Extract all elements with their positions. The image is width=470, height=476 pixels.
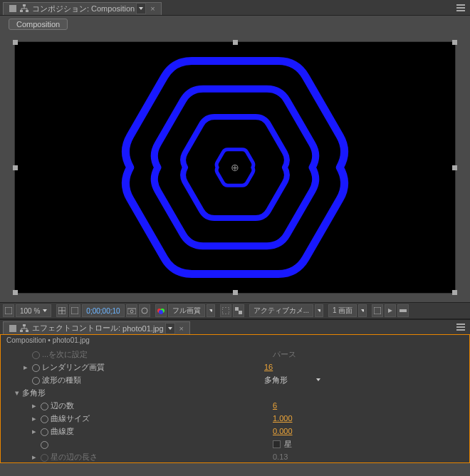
twirl-icon[interactable]: ▾: [14, 388, 21, 398]
close-icon[interactable]: ×: [179, 324, 184, 333]
svg-rect-11: [127, 309, 136, 314]
prop-row-curvature: ▸曲線度 0.000: [1, 425, 469, 438]
prop-row-star: ▸ 星: [1, 438, 469, 450]
viewmode-dropdown[interactable]: 1 画面: [328, 304, 357, 317]
stopwatch-icon[interactable]: [31, 363, 39, 371]
transparency-icon[interactable]: [233, 304, 244, 317]
panel-menu-icon[interactable]: [454, 2, 467, 14]
stopwatch-icon[interactable]: [40, 402, 48, 410]
svg-rect-21: [400, 309, 407, 312]
comp-icon: [9, 5, 16, 12]
flowchart-icon: [19, 4, 29, 13]
viewer-toolbar: 100 % 0;00;00;10 フル画質 アクティブカメ... 1 画面: [0, 302, 470, 319]
twirl-icon[interactable]: ▸: [31, 427, 38, 436]
fx-panel-body: Composition • photo01.jpg ...を次に設定 パース ▸…: [0, 335, 470, 463]
close-icon[interactable]: ×: [150, 4, 155, 13]
camera-dropdown-arrow[interactable]: [315, 304, 323, 317]
svg-rect-24: [26, 330, 28, 332]
handle-br[interactable]: [452, 290, 457, 295]
twirl-icon[interactable]: ▸: [31, 401, 38, 410]
fast-preview-icon[interactable]: [385, 304, 396, 317]
prop-row-sides: ▸辺の数 6: [1, 399, 469, 412]
svg-point-16: [159, 310, 163, 314]
timecode[interactable]: 0;00;00;10: [82, 304, 124, 317]
svg-point-13: [142, 308, 147, 314]
twirl-icon[interactable]: ▸: [31, 414, 38, 423]
handle-ml[interactable]: [13, 165, 18, 170]
handle-tm[interactable]: [233, 40, 238, 45]
fx-tab[interactable]: エフェクトコントロール: photo01.jpg ×: [3, 321, 190, 334]
stopwatch-icon[interactable]: [40, 428, 48, 435]
grid-icon[interactable]: [56, 304, 68, 317]
handle-tl[interactable]: [13, 40, 18, 45]
svg-rect-19: [239, 311, 242, 314]
twirl-icon[interactable]: ▸: [22, 363, 29, 372]
prop-value[interactable]: パース: [273, 349, 296, 360]
prop-value[interactable]: 16: [264, 363, 273, 371]
viewer-canvas[interactable]: ⊕: [14, 41, 456, 294]
prop-value[interactable]: 6: [273, 401, 277, 410]
svg-rect-18: [235, 307, 239, 311]
svg-rect-25: [456, 324, 465, 325]
stopwatch-icon[interactable]: [40, 440, 48, 448]
always-preview-icon[interactable]: [3, 304, 14, 317]
svg-rect-3: [456, 4, 465, 6]
fx-breadcrumb: Composition • photo01.jpg: [1, 335, 469, 348]
svg-rect-26: [456, 326, 465, 328]
timeline-icon[interactable]: [397, 304, 409, 317]
breadcrumb-item[interactable]: Composition: [9, 19, 68, 30]
fx-tab-prefix: エフェクトコントロール:: [32, 323, 120, 333]
svg-rect-6: [5, 307, 12, 314]
quality-dropdown[interactable]: フル画質: [168, 304, 205, 317]
stopwatch-icon[interactable]: [31, 351, 39, 358]
stopwatch-icon[interactable]: [40, 453, 48, 461]
zoom-dropdown[interactable]: 100 %: [16, 304, 51, 317]
comp-tab-dropdown[interactable]: [136, 3, 146, 14]
prop-value[interactable]: 1.000: [273, 414, 293, 423]
prop-label: 辺の数: [51, 400, 74, 411]
stopwatch-icon[interactable]: [40, 415, 48, 423]
svg-rect-10: [71, 307, 78, 314]
prop-label: レンダリング画質: [42, 362, 105, 373]
comp-tab-name: Composition: [91, 4, 135, 13]
prop-label: 波形の種類: [42, 375, 81, 386]
group-label: 多角形: [22, 388, 46, 398]
pixel-aspect-icon[interactable]: [372, 304, 383, 317]
prop-value: 0.13: [273, 452, 288, 461]
anchor-icon: ⊕: [231, 162, 239, 173]
fx-tab-layer: photo01.jpg: [122, 324, 164, 333]
svg-rect-20: [374, 307, 381, 314]
svg-rect-27: [456, 329, 465, 331]
handle-tr[interactable]: [452, 40, 457, 45]
mask-icon[interactable]: [69, 304, 80, 317]
prop-value[interactable]: 0.000: [273, 427, 293, 435]
svg-rect-5: [456, 10, 465, 11]
composition-viewer[interactable]: ⊕: [0, 33, 470, 302]
panel-menu-icon[interactable]: [454, 321, 467, 333]
svg-rect-17: [222, 307, 229, 314]
fx-panel-tabbar: エフェクトコントロール: photo01.jpg ×: [0, 319, 470, 335]
flowchart-icon: [19, 324, 29, 333]
viewmode-dropdown-arrow[interactable]: [358, 304, 367, 317]
twirl-icon[interactable]: ▸: [31, 452, 38, 462]
prop-row-star-length: ▸星の辺の長さ 0.13: [1, 450, 469, 463]
camera-dropdown[interactable]: アクティブカメ...: [249, 304, 313, 317]
show-snapshot-icon[interactable]: [139, 304, 150, 317]
svg-rect-0: [23, 4, 26, 6]
snapshot-icon[interactable]: [126, 304, 137, 317]
roi-icon[interactable]: [220, 304, 231, 317]
channel-icon[interactable]: [155, 304, 167, 317]
svg-rect-23: [20, 330, 23, 332]
handle-bm[interactable]: [233, 290, 238, 295]
prop-label: 星: [284, 439, 292, 450]
stopwatch-icon[interactable]: [31, 376, 39, 384]
svg-rect-1: [20, 10, 23, 12]
comp-tab[interactable]: コンポジション: Composition ×: [3, 2, 162, 15]
star-checkbox[interactable]: [273, 440, 281, 448]
handle-bl[interactable]: [13, 290, 18, 295]
prop-label: ...を次に設定: [42, 349, 88, 360]
quality-dropdown-arrow[interactable]: [207, 304, 215, 317]
prop-value-dropdown[interactable]: 多角形: [264, 375, 320, 386]
fx-tab-dropdown[interactable]: [165, 323, 175, 334]
handle-mr[interactable]: [452, 165, 457, 170]
